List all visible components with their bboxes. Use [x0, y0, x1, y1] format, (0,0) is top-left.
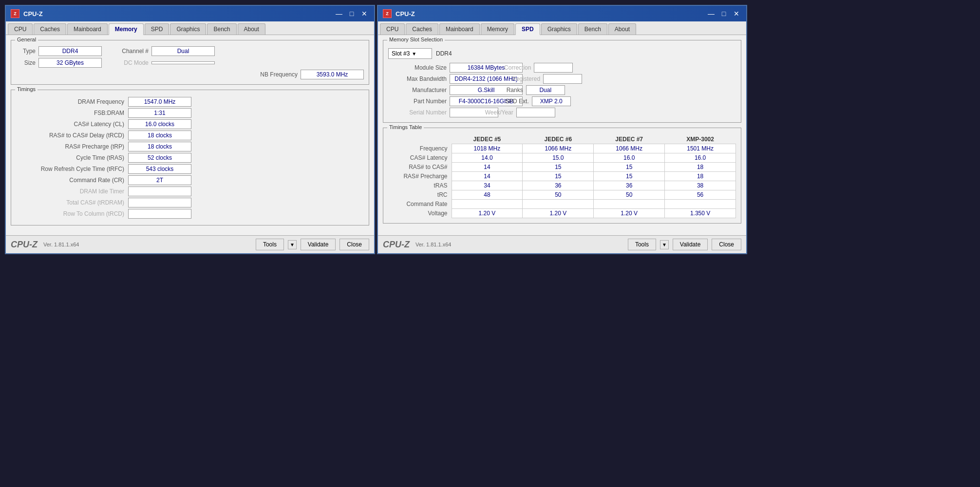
ranks-label: Ranks [507, 87, 523, 94]
row-3-val-2: 15 [594, 172, 665, 181]
minimize-button-1[interactable]: — [334, 9, 344, 19]
spd-ext-value: XMP 2.0 [532, 96, 571, 106]
tab-spd-1[interactable]: SPD [145, 23, 170, 35]
tab-graphics-1[interactable]: Graphics [170, 23, 206, 35]
registered-row: Registered ​ [512, 74, 582, 84]
title-bar-1: Z CPU-Z — □ ✕ [6, 6, 374, 21]
timing-row-6: Row Refresh Cycle Time (tRFC) 543 clocks [16, 164, 364, 174]
tab-graphics-2[interactable]: Graphics [541, 23, 577, 35]
tab-about-1[interactable]: About [238, 23, 265, 35]
row-label-1: CAS# Latency [388, 153, 452, 163]
close-button-2[interactable]: ✕ [732, 9, 741, 19]
timings-group: Timings DRAM Frequency 1547.0 MHz FSB:DR… [11, 90, 369, 225]
footer-2: CPU-Z Ver. 1.81.1.x64 Tools ▼ Validate C… [378, 235, 746, 253]
slot-select[interactable]: Slot #3 ▼ [388, 48, 432, 59]
timing-value-2: 16.0 clocks [128, 119, 191, 129]
row-4-val-0: 34 [452, 181, 523, 190]
tools-button-2[interactable]: Tools [628, 239, 656, 250]
tab-about-2[interactable]: About [608, 23, 636, 35]
timing-value-1: 1:31 [128, 108, 191, 118]
timing-label-3: RAS# to CAS# Delay (tRCD) [16, 132, 128, 139]
maximize-button-1[interactable]: □ [347, 9, 357, 19]
correction-value: ​ [534, 63, 573, 73]
row-5-val-1: 50 [523, 190, 594, 200]
ranks-value: Dual [526, 85, 565, 95]
tab-caches-2[interactable]: Caches [406, 23, 438, 35]
window-2: Z CPU-Z — □ ✕ CPU Caches Mainboard Memor… [377, 5, 747, 254]
tools-dropdown-1[interactable]: ▼ [288, 240, 297, 249]
row-label-2: RAS# to CAS# [388, 163, 452, 172]
minimize-button-2[interactable]: — [706, 9, 716, 19]
window-title-2: CPU-Z [396, 10, 415, 18]
nb-freq-label: NB Frequency [210, 71, 298, 78]
tab-spd-2[interactable]: SPD [515, 23, 540, 35]
type-label: Type [16, 48, 36, 55]
row-2-val-3: 18 [665, 163, 736, 172]
close-button-1[interactable]: ✕ [359, 9, 369, 19]
timing-row-10: Row To Column (tRCD) ​ [16, 209, 364, 219]
timings-table-group: Timings Table JEDEC #5 JEDEC #6 JEDEC #7… [383, 128, 741, 224]
title-bar-2: Z CPU-Z — □ ✕ [378, 6, 746, 21]
correction-label: Correction [504, 64, 531, 71]
timing-table-row-7: Voltage 1.20 V 1.20 V 1.20 V 1.350 V [388, 209, 736, 218]
size-label: Size [16, 59, 36, 66]
close-button-footer-1[interactable]: Close [339, 239, 369, 250]
row-7-val-1: 1.20 V [523, 209, 594, 218]
timing-row-9: Total CAS# (tRDRAM) ​ [16, 198, 364, 207]
validate-button-1[interactable]: Validate [301, 239, 336, 250]
max-bw-label: Max Bandwidth [388, 75, 447, 82]
row-6-val-1: ​ [523, 200, 594, 209]
row-label-3: RAS# Precharge [388, 172, 452, 181]
tools-dropdown-2[interactable]: ▼ [660, 240, 669, 249]
validate-button-2[interactable]: Validate [673, 239, 708, 250]
spd-ext-label: SPD Ext. [505, 98, 529, 105]
ddr-type: DDR4 [436, 50, 452, 57]
tab-memory-2[interactable]: Memory [481, 23, 514, 35]
timing-row-1: FSB:DRAM 1:31 [16, 108, 364, 118]
footer-logo-1: CPU-Z [11, 240, 38, 250]
max-bw-row: Max Bandwidth DDR4-2132 (1066 MHz) [388, 74, 504, 84]
row-2-val-0: 14 [452, 163, 523, 172]
timing-value-6: 543 clocks [128, 164, 191, 174]
timing-label-5: Cycle Time (tRAS) [16, 154, 128, 161]
spd-ext-row: SPD Ext. XMP 2.0 [505, 96, 571, 106]
timing-label-6: Row Refresh Cycle Time (tRFC) [16, 166, 128, 172]
timings-title: Timings [15, 86, 38, 92]
manufacturer-row: Manufacturer G.Skill [388, 85, 499, 95]
row-7-val-0: 1.20 V [452, 209, 523, 218]
row-1-val-1: 15.0 [523, 153, 594, 163]
footer-logo-2: CPU-Z [383, 240, 410, 250]
timing-label-4: RAS# Precharge (tRP) [16, 143, 128, 150]
nb-freq-value: 3593.0 MHz [301, 70, 364, 79]
spd-timing-table: JEDEC #5 JEDEC #6 JEDEC #7 XMP-3002 Freq… [388, 135, 736, 218]
timing-label-7: Command Rate (CR) [16, 177, 128, 184]
content-2: Memory Slot Selection Slot #3 ▼ DDR4 Mod… [378, 35, 746, 235]
tools-button-1[interactable]: Tools [256, 239, 284, 250]
dc-mode-value [151, 61, 215, 64]
tab-cpu-2[interactable]: CPU [380, 23, 405, 35]
week-year-label: Week/Year [485, 109, 513, 116]
manufacturer-label: Manufacturer [388, 87, 447, 94]
timing-label-2: CAS# Latency (CL) [16, 121, 128, 128]
ranks-row: Ranks Dual [507, 85, 565, 95]
maximize-button-2[interactable]: □ [719, 9, 729, 19]
title-controls-2: — □ ✕ [706, 9, 741, 19]
tab-mainboard-2[interactable]: Mainboard [439, 23, 480, 35]
tab-cpu-1[interactable]: CPU [8, 23, 33, 35]
tab-memory-1[interactable]: Memory [109, 23, 144, 35]
tab-bar-1: CPU Caches Mainboard Memory SPD Graphics… [6, 21, 374, 35]
tab-bench-2[interactable]: Bench [578, 23, 607, 35]
tab-bar-2: CPU Caches Mainboard Memory SPD Graphics… [378, 21, 746, 35]
close-button-footer-2[interactable]: Close [712, 239, 741, 250]
timing-table-row-5: tRC 48 50 50 56 [388, 190, 736, 200]
correction-row: Correction ​ [504, 63, 573, 73]
tab-bench-1[interactable]: Bench [207, 23, 236, 35]
slot-dropdown-icon: ▼ [412, 51, 416, 56]
timing-value-10: ​ [128, 209, 191, 219]
row-5-val-3: 56 [665, 190, 736, 200]
tab-caches-1[interactable]: Caches [34, 23, 66, 35]
tab-mainboard-1[interactable]: Mainboard [67, 23, 108, 35]
timing-value-8: ​ [128, 187, 191, 196]
slot-selection-group: Memory Slot Selection Slot #3 ▼ DDR4 Mod… [383, 40, 741, 123]
app-icon-2: Z [383, 9, 392, 18]
